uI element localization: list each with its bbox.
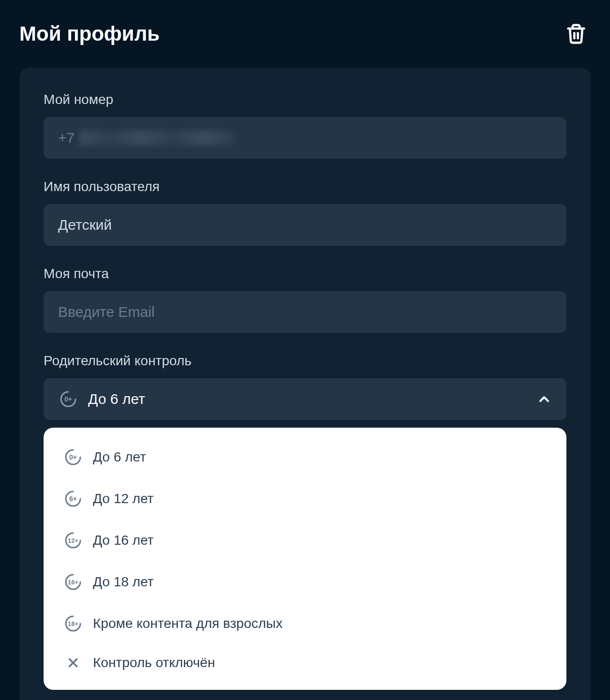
dropdown-option-0[interactable]: 0+ До 6 лет bbox=[44, 436, 566, 478]
age-rating-icon: 0+ bbox=[63, 447, 83, 467]
phone-number-blurred bbox=[79, 130, 234, 146]
parental-selected-value: До 6 лет bbox=[88, 391, 145, 407]
dropdown-option-label: До 12 лет bbox=[93, 491, 153, 506]
phone-label: Мой номер bbox=[44, 92, 566, 107]
dropdown-option-label: До 18 лет bbox=[93, 574, 153, 590]
dropdown-option-2[interactable]: 12+ До 16 лет bbox=[44, 520, 566, 561]
dropdown-option-label: До 16 лет bbox=[93, 533, 153, 548]
svg-text:0+: 0+ bbox=[69, 453, 77, 461]
email-field[interactable] bbox=[44, 291, 566, 333]
trash-icon bbox=[565, 23, 587, 45]
age-rating-icon: 16+ bbox=[63, 572, 83, 592]
dropdown-option-3[interactable]: 16+ До 18 лет bbox=[44, 561, 566, 603]
svg-text:6+: 6+ bbox=[69, 495, 77, 503]
parental-label: Родительский контроль bbox=[44, 353, 566, 369]
dropdown-option-label: Контроль отключён bbox=[93, 655, 215, 670]
page-title: Мой профиль bbox=[19, 22, 160, 45]
close-icon bbox=[66, 655, 80, 670]
svg-text:0+: 0+ bbox=[64, 395, 72, 403]
age-rating-icon: 12+ bbox=[63, 530, 83, 551]
phone-prefix: +7 bbox=[58, 130, 75, 146]
svg-text:12+: 12+ bbox=[68, 537, 78, 544]
svg-text:18+: 18+ bbox=[68, 620, 78, 627]
profile-card: Мой номер +7 Имя пользователя Моя почта … bbox=[19, 68, 591, 700]
parental-dropdown: 0+ До 6 лет 6+ До 12 лет 1 bbox=[44, 428, 566, 690]
svg-text:16+: 16+ bbox=[68, 579, 78, 586]
age-rating-icon: 0+ bbox=[58, 389, 78, 409]
phone-field[interactable]: +7 bbox=[44, 117, 566, 159]
parental-select[interactable]: 0+ До 6 лет bbox=[44, 378, 566, 420]
email-label: Моя почта bbox=[44, 266, 566, 282]
username-label: Имя пользователя bbox=[44, 179, 566, 194]
chevron-up-icon bbox=[536, 391, 552, 407]
delete-button[interactable] bbox=[562, 19, 591, 48]
dropdown-option-5[interactable]: Контроль отключён bbox=[44, 644, 566, 681]
age-rating-icon: 6+ bbox=[63, 489, 83, 509]
username-field[interactable] bbox=[44, 204, 566, 246]
dropdown-option-1[interactable]: 6+ До 12 лет bbox=[44, 478, 566, 520]
dropdown-option-label: До 6 лет bbox=[93, 449, 146, 465]
dropdown-option-label: Кроме контента для взрослых bbox=[93, 616, 283, 631]
dropdown-option-4[interactable]: 18+ Кроме контента для взрослых bbox=[44, 603, 566, 644]
age-rating-icon: 18+ bbox=[63, 613, 83, 634]
